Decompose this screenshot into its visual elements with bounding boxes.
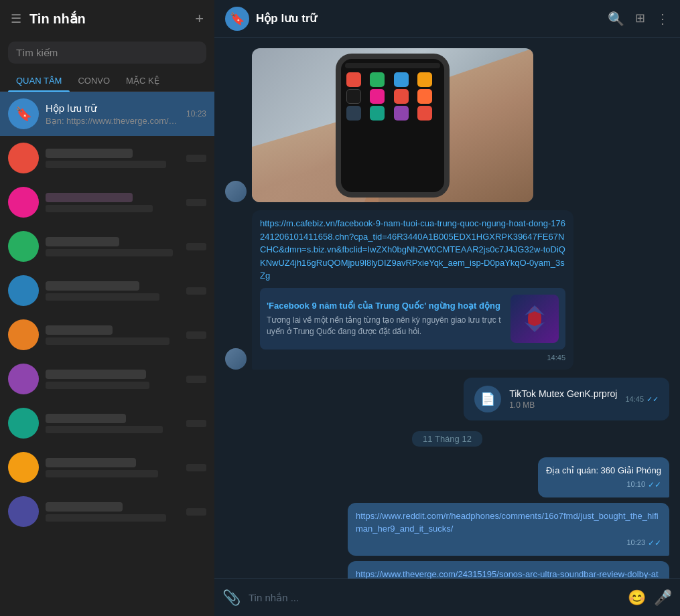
avatar-2: [8, 143, 39, 173]
chat-meta-8: [186, 420, 206, 427]
chat-meta-7: [186, 376, 206, 383]
blurred-time-7: [186, 376, 206, 383]
chat-info-3: [46, 193, 180, 212]
chat-item-8[interactable]: [0, 401, 214, 445]
more-options-icon[interactable]: ⋮: [656, 11, 669, 27]
chat-info-9: [46, 458, 180, 477]
chat-item-hop-luu-tru[interactable]: 🔖 Hộp lưu trữ Bạn: https://www.theverge.…: [0, 92, 214, 136]
avatar-10: [8, 496, 39, 527]
chat-item-2[interactable]: [0, 136, 214, 180]
file-name: TikTok Mutex GenK.prproj: [509, 388, 617, 399]
attach-icon[interactable]: 📎: [222, 589, 241, 607]
chat-item-9[interactable]: [0, 445, 214, 489]
blurred-time-8: [186, 420, 206, 427]
blurred-name-7: [46, 370, 146, 379]
chat-item-3[interactable]: [0, 180, 214, 224]
outgoing-address-row: Địa chỉ quán: 360 Giải Phóng 10:10 ✓✓: [225, 457, 669, 497]
tab-quan-tam[interactable]: QUAN TÂM: [8, 70, 70, 91]
search-input[interactable]: [8, 42, 206, 64]
blurred-name-6: [46, 325, 113, 335]
chat-item-6[interactable]: [0, 313, 214, 357]
file-time: 14:45: [625, 395, 644, 403]
header-title: Hộp lưu trữ: [256, 11, 608, 25]
file-bubble: 📄 TikTok Mutex GenK.prproj 1.0 MB 14:45 …: [464, 378, 669, 420]
chat-item-7[interactable]: [0, 357, 214, 401]
chat-info-8: [46, 414, 180, 433]
chat-meta-3: [186, 199, 206, 206]
chat-meta-10: [186, 508, 206, 516]
chat-meta-4: [186, 243, 206, 250]
mic-icon[interactable]: 🎤: [654, 589, 672, 607]
image-message-row: [225, 48, 669, 202]
message-input[interactable]: [249, 592, 620, 603]
search-bar: [0, 37, 214, 68]
outgoing-address-text: Địa chỉ quán: 360 Giải Phóng: [546, 465, 661, 475]
blurred-name-4: [46, 237, 119, 246]
blurred-time-10: [186, 508, 206, 516]
avatar-9: [8, 452, 39, 483]
blurred-time-3: [186, 199, 206, 206]
chat-info-4: [46, 237, 180, 256]
link-text[interactable]: https://m.cafebiz.vn/facebook-9-nam-tuoi…: [260, 217, 565, 283]
outgoing-verge-bubble: https://www.theverge.com/24315195/sonos-…: [348, 561, 669, 579]
outgoing-verge-link[interactable]: https://www.theverge.com/24315195/sonos-…: [356, 569, 659, 579]
avatar-6: [8, 319, 39, 350]
chat-info-6: [46, 325, 180, 345]
blurred-preview-2: [46, 161, 166, 168]
input-area: 📎 😊 🎤: [214, 579, 680, 616]
link-message-row: https://m.cafebiz.vn/facebook-9-nam-tuoi…: [225, 210, 669, 370]
tab-mac-ke[interactable]: MẶC KỆ: [118, 70, 167, 91]
chat-info-7: [46, 370, 180, 389]
emoji-icon[interactable]: 😊: [628, 589, 646, 607]
hamburger-icon[interactable]: ☰: [11, 11, 21, 26]
file-meta: 14:45 ✓✓: [625, 395, 659, 404]
avatar-bookmark: 🔖: [8, 98, 39, 129]
chat-info-10: [46, 502, 180, 522]
blurred-time-5: [186, 287, 206, 295]
blurred-time-6: [186, 331, 206, 339]
file-size: 1.0 MB: [509, 400, 617, 410]
search-icon[interactable]: 🔍: [608, 11, 624, 27]
chat-main: 🔖 Hộp lưu trữ 🔍 ⊞ ⋮: [214, 0, 680, 616]
link-message-bubble: https://m.cafebiz.vn/facebook-9-nam-tuoi…: [252, 210, 573, 370]
chat-meta-9: [186, 464, 206, 471]
file-icon: 📄: [474, 386, 501, 412]
blurred-preview-5: [46, 293, 159, 301]
file-message-row: 📄 TikTok Mutex GenK.prproj 1.0 MB 14:45 …: [225, 378, 669, 420]
blurred-name-8: [46, 414, 126, 423]
chat-item-5[interactable]: [0, 268, 214, 313]
outgoing-reddit-row: https://www.reddit.com/r/headphones/comm…: [225, 503, 669, 556]
chat-info-2: [46, 149, 180, 168]
blurred-preview-7: [46, 382, 149, 389]
tabs: QUAN TÂM CONVO MẶC KỆ: [0, 68, 214, 92]
blurred-name-5: [46, 281, 139, 291]
blurred-time-4: [186, 243, 206, 250]
chat-meta-5: [186, 287, 206, 295]
blurred-preview-10: [46, 514, 166, 522]
blurred-preview-6: [46, 337, 169, 345]
phone-image-message: [252, 48, 533, 202]
outgoing-reddit-link[interactable]: https://www.reddit.com/r/headphones/comm…: [356, 511, 659, 534]
chat-time: 10:23: [186, 109, 206, 119]
blurred-preview-4: [46, 249, 173, 256]
outgoing-reddit-bubble: https://www.reddit.com/r/headphones/comm…: [348, 503, 669, 556]
chat-info: Hộp lưu trữ Bạn: https://www.theverge.co…: [46, 102, 180, 126]
messages-area: https://m.cafebiz.vn/facebook-9-nam-tuoi…: [214, 37, 680, 579]
chat-preview: Bạn: https://www.theverge.com/2431519...: [46, 116, 180, 126]
chat-item-10[interactable]: [0, 489, 214, 534]
article-title: 'Facebook 9 năm tuổi của Trung Quốc' ngừ…: [267, 299, 505, 313]
chat-meta: 10:23: [186, 109, 206, 119]
tab-convo[interactable]: CONVO: [70, 70, 118, 91]
avatar-7: [8, 364, 39, 394]
sidebar-title: Tin nhắn: [29, 11, 187, 27]
check-double-icon-2: ✓✓: [648, 537, 661, 549]
compose-icon[interactable]: +: [195, 10, 204, 27]
chat-meta-6: [186, 331, 206, 339]
blurred-time-2: [186, 155, 206, 162]
split-view-icon[interactable]: ⊞: [635, 11, 645, 27]
avatar-4: [8, 231, 39, 262]
file-check-icon: ✓✓: [647, 395, 659, 404]
incoming-bubble-link: https://m.cafebiz.vn/facebook-9-nam-tuoi…: [252, 210, 573, 370]
blurred-time-9: [186, 464, 206, 471]
chat-item-4[interactable]: [0, 224, 214, 268]
